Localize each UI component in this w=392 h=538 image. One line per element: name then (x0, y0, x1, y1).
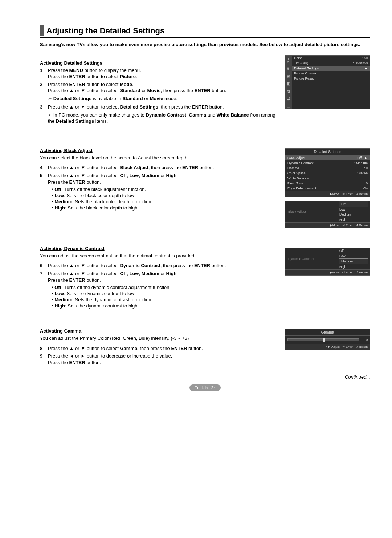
page-title: Adjusting the Detailed Settings (46, 26, 164, 36)
black-adjust-options: Off: Turns off the black adjustment func… (52, 187, 281, 211)
gamma-intro: You can adjust the Primary Color (Red, G… (40, 335, 281, 342)
osd-tab-picture: Picture (286, 57, 291, 71)
slider-thumb (323, 338, 325, 342)
osd-row-black-adjust: Black Adjust: Off► (285, 155, 370, 160)
osd-option-off: Off (339, 201, 368, 207)
osd-row-color: Color: 50 (292, 56, 370, 61)
section-head-gamma: Activating Gamma (40, 328, 281, 334)
osd-sidebar-tabs: Picture ◉ ◧ ✿ ⇄ ▭ (285, 56, 292, 109)
step-5: 5 Press the ▲ or ▼ button to select Off,… (40, 172, 281, 185)
step-1: 1 Press the MENU button to display the m… (40, 67, 281, 80)
step-8: 8 Press the ▲ or ▼ button to select Gamm… (40, 345, 281, 352)
osd-black-adjust-popup: Black Adjust Off Low Medium High (285, 201, 370, 223)
black-adjust-intro: You can select the black level on the sc… (40, 155, 281, 161)
page-title-wrap: Adjusting the Detailed Settings (40, 25, 370, 38)
osd-picture-menu: Picture ◉ ◧ ✿ ⇄ ▭ Color: 50 Tint (G/R): … (285, 55, 370, 109)
step-4: 4 Press the ▲ or ▼ button to select Blac… (40, 164, 281, 171)
dynamic-contrast-intro: You can adjust the screen contrast so th… (40, 253, 281, 259)
step-6: 6 Press the ▲ or ▼ button to select Dyna… (40, 262, 281, 269)
app-icon: ▭ (287, 104, 290, 109)
section-head-activating-detailed: Activating Detailed Settings (40, 60, 281, 66)
osd-row-tint: Tint (G/R): G50/R50 (292, 61, 370, 66)
osd-option-medium: Medium (339, 258, 368, 264)
osd-detailed-settings: Detailed Settings Black Adjust: Off► Dyn… (285, 148, 370, 197)
step-9: 9 Press the ◄ or ► button to decrease or… (40, 353, 281, 366)
note-pc-mode: In PC mode, you can only make changes to… (48, 112, 281, 125)
step-7: 7 Press the ▲ or ▼ button to select Off,… (40, 270, 281, 283)
input-icon: ⇄ (287, 97, 290, 101)
osd-dynamic-contrast-popup: Dynamic Contrast Off Low Medium High (285, 248, 370, 270)
continued-label: Continued... (40, 374, 370, 380)
sound-icon: ◉ (287, 74, 290, 78)
setup-icon: ✿ (287, 89, 290, 94)
osd-row-detailed-settings: Detailed Settings► (292, 66, 370, 71)
step-3: 3 Press the ▲ or ▼ button to select Deta… (40, 104, 281, 110)
page-footer: English - 24 (40, 385, 370, 390)
dynamic-contrast-options: Off: Turns off the dynamic contrast adju… (52, 285, 281, 309)
osd-gamma: Gamma 0 ◄► Adjust⏎ Enter↺ Return (285, 329, 370, 350)
osd-row-picture-options: Picture Options (292, 71, 370, 76)
osd-row-picture-reset: Picture Reset (292, 76, 370, 81)
step-2: 2 Press the ENTER button to select Mode.… (40, 81, 281, 94)
note-detailed-mode: Detailed Settings is available in Standa… (48, 95, 281, 102)
section-head-dynamic-contrast: Activating Dynamic Contrast (40, 246, 281, 251)
intro-text: Samsung's new TVs allow you to make even… (40, 41, 370, 48)
title-accent-bar (40, 25, 44, 36)
channel-icon: ◧ (287, 81, 290, 86)
gamma-slider: 0 (285, 336, 370, 344)
section-head-black-adjust: Activating Black Adjust (40, 148, 281, 153)
